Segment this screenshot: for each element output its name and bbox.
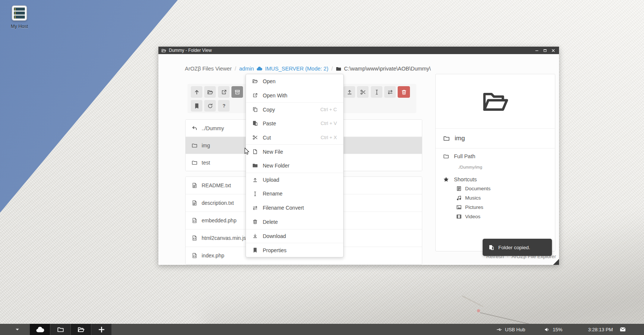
download-icon — [252, 233, 258, 239]
desktop-icon-label: My Host — [5, 24, 34, 29]
menu-item-label: Properties — [263, 247, 287, 253]
cloud-icon — [256, 66, 262, 72]
open-button[interactable] — [204, 86, 216, 98]
reply-icon — [192, 125, 198, 131]
menu-item-label: Rename — [263, 191, 282, 197]
taskbar-tile-add[interactable] — [91, 324, 111, 335]
menu-item-download[interactable]: Download — [246, 229, 343, 243]
tray-volume[interactable]: 15% — [544, 324, 562, 335]
server-icon — [11, 4, 28, 22]
menu-item-open[interactable]: Open — [246, 74, 343, 88]
ibeam-icon — [374, 89, 380, 95]
volume-label: 15% — [553, 327, 562, 332]
filename-convert-button[interactable] — [384, 86, 396, 98]
help-button[interactable]: ? — [218, 100, 230, 112]
cut-button[interactable] — [357, 86, 369, 98]
shortcut-musics[interactable]: Musics — [456, 195, 481, 201]
taskbar-tile-folder[interactable] — [50, 324, 70, 335]
selected-item-header: img — [436, 128, 555, 148]
menu-item-label: Cut — [263, 135, 271, 141]
bookmark-icon — [252, 247, 258, 253]
external-link-icon — [221, 89, 227, 95]
speaker-icon — [544, 327, 550, 332]
shortcut-videos[interactable]: Videos — [456, 214, 480, 219]
folder-solid-icon — [336, 66, 341, 72]
list-item-label: img — [202, 143, 210, 148]
shortcut-label: Videos — [465, 214, 480, 219]
delete-button[interactable] — [398, 86, 410, 98]
swap-icon — [252, 205, 258, 211]
copy-icon — [252, 107, 258, 112]
properties-button[interactable] — [191, 100, 202, 112]
menu-item-label: Download — [263, 233, 286, 239]
menu-item-label: Open With — [263, 93, 287, 98]
menu-shortcut: Ctrl + V — [321, 120, 337, 126]
folder-solid-icon — [252, 163, 258, 168]
usb-icon — [496, 327, 502, 332]
swap-icon — [387, 89, 393, 95]
close-icon[interactable] — [550, 48, 556, 53]
selected-item-name: img — [455, 135, 465, 142]
list-item-label: ../Dummy — [202, 125, 224, 131]
cloud-icon — [36, 325, 44, 334]
document-icon — [456, 186, 462, 191]
shortcut-pictures[interactable]: Pictures — [456, 204, 483, 210]
menu-item-paste[interactable]: PasteCtrl + V — [246, 116, 343, 131]
upload-button[interactable] — [344, 86, 355, 98]
tray-usb[interactable]: USB Hub — [496, 324, 525, 335]
folder-open-icon — [252, 78, 258, 84]
folder-icon — [443, 135, 450, 142]
usb-label: USB Hub — [505, 327, 525, 332]
desktop-icon-my-host[interactable]: My Host — [5, 4, 34, 29]
tray-mail[interactable] — [619, 324, 626, 335]
folder-icon — [192, 143, 198, 148]
archive-icon — [234, 89, 240, 95]
window-titlebar[interactable]: Dummy - Folder View — [158, 47, 559, 54]
trash-icon — [401, 89, 407, 95]
scissors-icon — [252, 135, 258, 140]
preview-area — [436, 74, 555, 129]
scissors-icon — [360, 89, 366, 95]
file-text-icon — [192, 200, 198, 206]
menu-item-open-with[interactable]: Open With — [246, 88, 343, 103]
menu-item-rename[interactable]: Rename — [246, 187, 343, 201]
ibeam-icon — [252, 191, 258, 197]
rename-button[interactable] — [371, 86, 382, 98]
go-up-button[interactable] — [191, 86, 202, 98]
menu-item-label: Upload — [263, 177, 279, 183]
menu-item-new-file[interactable]: New File — [246, 144, 343, 159]
mouse-cursor — [244, 147, 250, 156]
breadcrumb-user: admin — [239, 66, 254, 72]
upload-icon — [347, 89, 353, 95]
menu-shortcut: Ctrl + X — [321, 135, 337, 140]
menu-item-delete[interactable]: Delete — [246, 215, 343, 229]
open-with-button[interactable] — [218, 86, 230, 98]
breadcrumb-server-link[interactable]: admin IMUS_SERVER (Mode: 2) — [239, 66, 328, 72]
chevron-down-icon[interactable] — [15, 327, 20, 332]
menu-item-new-folder[interactable]: New Folder — [246, 159, 343, 173]
maximize-icon[interactable] — [542, 48, 548, 53]
menu-item-label: Copy — [263, 107, 275, 113]
taskbar-tile-folder-open[interactable] — [71, 324, 91, 335]
menu-item-filename-convert[interactable]: Filename Convert — [246, 201, 343, 215]
menu-item-copy[interactable]: CopyCtrl + C — [246, 102, 343, 116]
upload-icon — [252, 177, 258, 183]
minimize-icon[interactable] — [534, 48, 540, 53]
menu-item-upload[interactable]: Upload — [246, 173, 343, 187]
archive-button[interactable] — [231, 86, 243, 98]
menu-item-cut[interactable]: CutCtrl + X — [246, 131, 343, 145]
window-resize-grip[interactable] — [553, 259, 559, 265]
context-menu: Open Open With CopyCtrl + C PasteCtrl + … — [246, 74, 344, 257]
folder-open-icon — [78, 326, 85, 333]
taskbar-tile-cloud[interactable] — [30, 324, 50, 335]
shortcut-documents[interactable]: Documents — [456, 186, 490, 191]
mail-icon — [619, 326, 626, 333]
refresh-button[interactable] — [204, 100, 216, 112]
trash-icon — [252, 219, 258, 225]
menu-item-label: Delete — [263, 219, 278, 225]
menu-item-properties[interactable]: Properties — [246, 243, 343, 257]
toast-text: Folder copied. — [498, 245, 530, 250]
file-icon — [252, 149, 258, 154]
paste-icon — [489, 245, 494, 250]
list-item-label: embedded.php — [202, 217, 236, 223]
